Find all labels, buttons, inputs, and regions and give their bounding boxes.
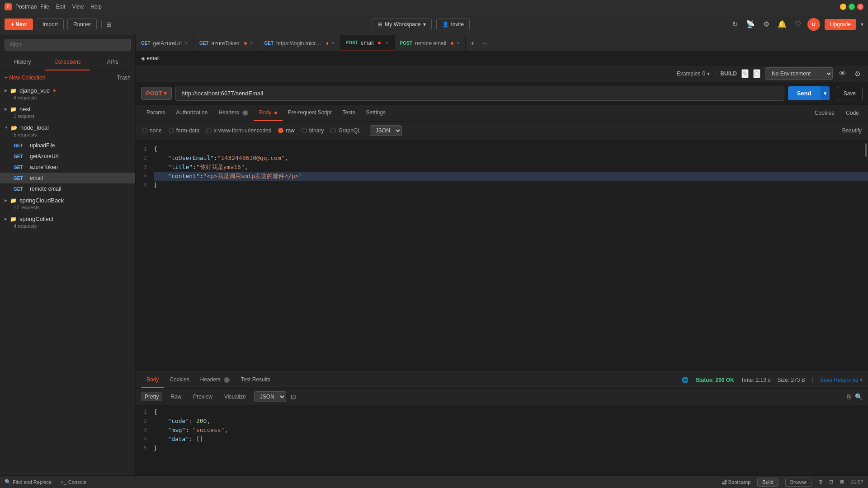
tab-close-icon[interactable]: ✕ [184, 41, 188, 46]
workspace-button[interactable]: ⊞ My Workspace ▾ [372, 19, 432, 30]
menu-help[interactable]: Help [90, 4, 102, 10]
tab-getazureurl[interactable]: GET getAzureUrl ✕ [136, 35, 194, 52]
more-tabs-button[interactable]: ··· [479, 40, 491, 47]
tab-prerequest[interactable]: Pre-request Script [283, 105, 337, 121]
option-urlencoded[interactable]: x-www-form-urlencoded [206, 127, 271, 134]
resp-tab-cookies[interactable]: Cookies [164, 372, 194, 388]
send-button[interactable]: Send [788, 86, 821, 100]
copy-icon[interactable]: ⎘ [847, 393, 850, 400]
collection-node-local[interactable]: ▼ 📂 node_local 5 requests [0, 122, 135, 140]
request-email[interactable]: GET email [0, 173, 135, 183]
menu-view[interactable]: View [72, 4, 84, 10]
tab-settings[interactable]: Settings [361, 105, 391, 121]
request-azuretoken[interactable]: GET azureToken [0, 162, 135, 173]
collection-springcollect[interactable]: ▶ 📁 springCollect 4 requests [0, 213, 135, 231]
tab-headers[interactable]: Headers 9 [213, 105, 254, 121]
resp-format-selector[interactable]: JSON [254, 391, 286, 402]
collection-springcloudback[interactable]: ▶ 📁 springCloudBack 17 requests [0, 194, 135, 213]
request-uploadfile[interactable]: GET uploadFile [0, 140, 135, 151]
tab-close-icon[interactable]: ✕ [385, 40, 389, 45]
tab-microsoftonline[interactable]: GET https://login.microsoftonline.co... … [259, 35, 340, 52]
tab-close-icon[interactable]: ✕ [250, 41, 253, 46]
save-button[interactable]: Save [837, 87, 863, 100]
request-getazureurl[interactable]: GET getAzureUrl [0, 151, 135, 162]
method-selector[interactable]: POST ▾ [141, 87, 172, 100]
minimize-button[interactable]: ─ [840, 4, 846, 10]
new-collection-button[interactable]: + New Collection [5, 75, 45, 81]
console-button[interactable]: >_ Console [61, 479, 86, 485]
trash-button[interactable]: Trash [117, 75, 131, 81]
request-code-editor[interactable]: 1 2 3 4 5 { "toUserEmail":"1432448610@qq… [136, 140, 868, 203]
code-link[interactable]: Code [842, 105, 863, 121]
response-code-editor[interactable]: 1 2 3 4 5 { "code": 200, [136, 405, 868, 475]
save-response-button[interactable]: Save Response ▾ [820, 377, 863, 383]
resp-tab-testresults[interactable]: Test Results [235, 372, 275, 388]
url-input[interactable] [175, 86, 784, 101]
bell-icon[interactable]: 🔔 [776, 18, 788, 30]
tab-tests[interactable]: Tests [337, 105, 361, 121]
settings-icon[interactable]: ⚙ [761, 18, 771, 30]
option-graphql[interactable]: GraphQL [330, 127, 360, 134]
layout-icon-2[interactable]: ⊟ [829, 479, 833, 485]
runner-button[interactable]: Runner [67, 19, 97, 30]
search-input[interactable] [5, 39, 131, 51]
request-remote-email[interactable]: GET remote email [0, 183, 135, 194]
layout-icon-1[interactable]: ⊞ [818, 479, 822, 485]
resp-tab-headers[interactable]: Headers 7 [195, 372, 236, 388]
collection-nest[interactable]: ▶ 📁 nest 1 request [0, 103, 135, 122]
invite-button[interactable]: 👤 Invite [436, 19, 470, 30]
environment-selector[interactable]: No Environment [765, 67, 833, 80]
resp-view-preview[interactable]: Preview [189, 392, 216, 401]
send-icon[interactable]: ⬡ [753, 69, 760, 78]
tab-remote-email[interactable]: POST remote email ✕ [395, 35, 466, 52]
cookies-link[interactable]: Cookies [811, 105, 838, 121]
tab-azuretoken[interactable]: GET azureToken ✕ [194, 35, 259, 52]
send-dropdown-button[interactable]: ▾ [821, 86, 830, 100]
tab-body[interactable]: Body [254, 105, 283, 121]
request-code-content[interactable]: { "toUserEmail":"1432448610@qq.com", "ti… [151, 145, 868, 199]
add-tab-button[interactable]: + [466, 39, 479, 47]
resp-tab-body[interactable]: Body [141, 372, 164, 388]
avatar[interactable]: U [807, 18, 820, 31]
maximize-button[interactable]: □ [849, 4, 855, 10]
beautify-button[interactable]: Beautify [842, 127, 862, 134]
json-format-selector[interactable]: JSON [370, 125, 402, 136]
tab-close-icon[interactable]: ✕ [331, 41, 335, 46]
resp-view-raw[interactable]: Raw [167, 392, 185, 401]
tab-authorization[interactable]: Authorization [170, 105, 213, 121]
examples-button[interactable]: Examples 0 ▾ [677, 70, 710, 77]
close-button[interactable]: ✕ [857, 4, 863, 10]
tab-params[interactable]: Params [141, 105, 170, 121]
heart-icon[interactable]: ♡ [793, 18, 803, 30]
resp-view-visualize[interactable]: Visualize [221, 392, 250, 401]
tab-email[interactable]: POST email ✕ [340, 35, 395, 52]
upgrade-button[interactable]: Upgrade [825, 19, 856, 30]
import-button[interactable]: Import [37, 19, 64, 30]
sync-icon[interactable]: ↻ [730, 18, 740, 30]
layout-icon-3[interactable]: ⊠ [840, 479, 844, 485]
option-binary[interactable]: binary [302, 127, 324, 134]
option-none[interactable]: none [142, 127, 162, 134]
sidebar-tab-history[interactable]: History [0, 54, 45, 70]
option-raw[interactable]: raw [278, 127, 294, 134]
collection-django-vue[interactable]: ▶ 📁 django_vue ★ 8 requests [0, 84, 135, 103]
scrollbar-thumb[interactable] [865, 143, 867, 157]
response-code-content[interactable]: { "code": 200, "msg": "success", "data":… [151, 408, 868, 473]
browse-button[interactable]: Browse [785, 478, 812, 487]
satellite-icon[interactable]: 📡 [744, 18, 757, 30]
new-button[interactable]: + New [5, 19, 33, 30]
scrollbar[interactable] [864, 140, 867, 203]
menu-file[interactable]: File [40, 4, 49, 10]
option-formdata[interactable]: form-data [169, 127, 199, 134]
build-button[interactable]: Build [757, 478, 778, 487]
sidebar-tab-apis[interactable]: APIs [90, 54, 135, 70]
tab-close-icon[interactable]: ✕ [456, 41, 460, 46]
eye-icon[interactable]: 👁 [837, 68, 848, 80]
sidebar-tab-collections[interactable]: Collections [45, 54, 90, 70]
resp-view-pretty[interactable]: Pretty [141, 392, 162, 401]
edit-icon[interactable]: ✎ [741, 69, 749, 78]
env-settings-icon[interactable]: ⚙ [853, 68, 863, 80]
find-replace-button[interactable]: 🔍 Find and Replace [5, 479, 52, 485]
search-icon[interactable]: 🔍 [855, 393, 863, 400]
resp-icon-1[interactable]: ⊟ [291, 393, 296, 400]
